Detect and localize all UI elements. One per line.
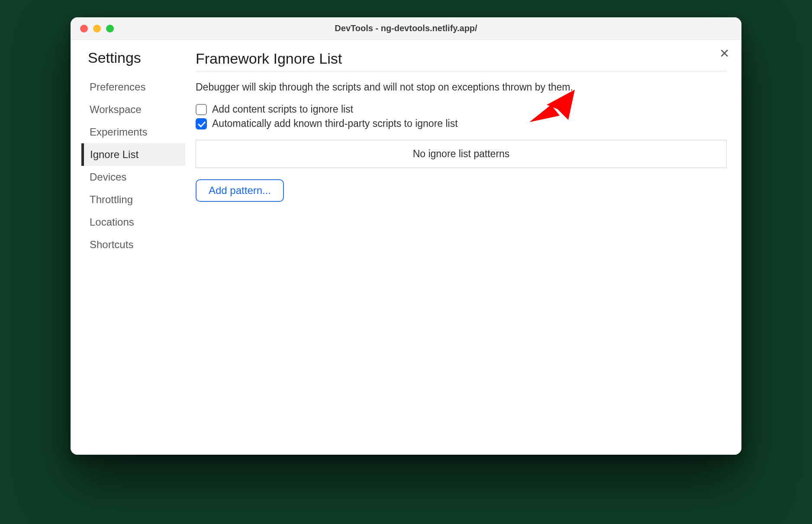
ignore-patterns-list: No ignore list patterns: [196, 140, 727, 168]
sidebar-item-shortcuts[interactable]: Shortcuts: [81, 233, 185, 256]
settings-nav-list: PreferencesWorkspaceExperimentsIgnore Li…: [84, 76, 185, 256]
window-zoom-dot[interactable]: [106, 25, 114, 32]
window-minimize-dot[interactable]: [93, 25, 101, 32]
devtools-window: DevTools - ng-devtools.netlify.app/ ✕ Se…: [71, 17, 741, 455]
settings-sidebar: Settings PreferencesWorkspaceExperiments…: [71, 40, 185, 455]
ignore-patterns-empty-label: No ignore list patterns: [413, 148, 510, 159]
sidebar-item-devices[interactable]: Devices: [81, 166, 185, 188]
sidebar-item-locations[interactable]: Locations: [81, 211, 185, 233]
checkbox-third-party-row[interactable]: Automatically add known third-party scri…: [196, 118, 727, 129]
panel-title: Framework Ignore List: [196, 50, 727, 72]
sidebar-item-workspace[interactable]: Workspace: [81, 98, 185, 121]
checkbox-third-party-label[interactable]: Automatically add known third-party scri…: [212, 118, 458, 129]
traffic-lights: [71, 25, 114, 32]
checkbox-content-scripts[interactable]: [196, 104, 207, 115]
sidebar-item-throttling[interactable]: Throttling: [81, 188, 185, 211]
checkbox-content-scripts-label[interactable]: Add content scripts to ignore list: [212, 104, 353, 115]
window-close-dot[interactable]: [80, 25, 88, 32]
panel-description: Debugger will skip through the scripts a…: [196, 81, 727, 93]
sidebar-item-ignore-list[interactable]: Ignore List: [81, 143, 185, 166]
settings-heading: Settings: [84, 49, 185, 66]
sidebar-item-preferences[interactable]: Preferences: [81, 76, 185, 98]
window-title: DevTools - ng-devtools.netlify.app/: [71, 23, 741, 33]
checkbox-third-party[interactable]: [196, 118, 207, 129]
sidebar-item-experiments[interactable]: Experiments: [81, 121, 185, 143]
content-area: ✕ Settings PreferencesWorkspaceExperimen…: [71, 40, 741, 455]
settings-panel: Framework Ignore List Debugger will skip…: [185, 40, 741, 455]
checkbox-content-scripts-row[interactable]: Add content scripts to ignore list: [196, 104, 727, 115]
titlebar: DevTools - ng-devtools.netlify.app/: [71, 17, 741, 40]
add-pattern-button[interactable]: Add pattern...: [196, 179, 284, 202]
